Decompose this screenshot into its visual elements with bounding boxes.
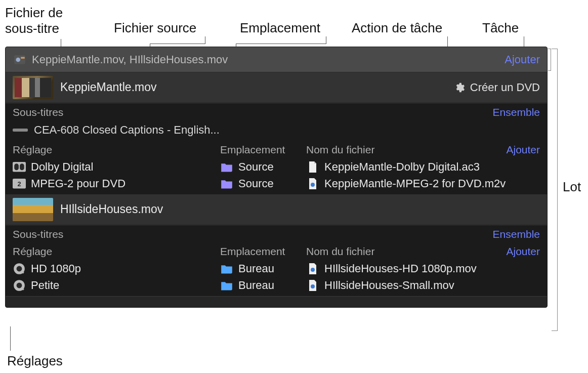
output-row[interactable]: 2 MPEG-2 pour DVD Source KeppieMantle-MP…	[6, 176, 547, 194]
task-section: Sous-titres Ensemble CEA-608 Closed Capt…	[6, 103, 547, 194]
batch-add-button[interactable]: Ajouter	[505, 53, 540, 66]
output-filename-label: KeppieMantle-Dolby Digital.ac3	[324, 160, 480, 174]
svg-rect-4	[14, 164, 19, 171]
leader-line	[150, 44, 205, 44]
file-icon	[306, 161, 319, 173]
leader-line	[10, 326, 11, 351]
svg-text:2: 2	[17, 180, 21, 188]
add-output-button[interactable]: Ajouter	[506, 245, 540, 258]
output-setting-label: MPEG-2 pour DVD	[31, 177, 125, 190]
svg-rect-5	[20, 164, 24, 171]
output-setting-label: Dolby Digital	[31, 160, 94, 174]
callout-task: Tâche	[482, 20, 519, 36]
folder-icon	[220, 263, 233, 274]
output-row[interactable]: Dolby Digital Source KeppieMantle-Dolby …	[6, 158, 547, 176]
svg-rect-2	[21, 57, 25, 58]
caption-row[interactable]: CEA-608 Closed Captions - English...	[6, 121, 547, 142]
svg-point-14	[311, 284, 315, 288]
leader-line	[205, 36, 205, 44]
task-thumbnail	[13, 76, 53, 99]
col-header-filename: Nom du fichier	[306, 245, 506, 258]
output-location-label: Source	[238, 177, 274, 190]
callout-location: Emplacement	[240, 20, 320, 36]
col-header-setting: Réglage	[13, 144, 220, 156]
leader-line	[326, 36, 326, 44]
col-header-filename: Nom du fichier	[306, 144, 506, 156]
folder-icon	[220, 280, 233, 291]
output-row[interactable]: Petite Bureau HIllsideHouses-Small.mov	[6, 278, 547, 296]
callout-settings: Réglages	[7, 353, 63, 369]
bracket-task	[548, 49, 551, 71]
task-name: HIllsideHouses.mov	[60, 202, 163, 216]
output-location-label: Bureau	[238, 279, 274, 292]
leader-line	[236, 44, 326, 44]
captions-set-button[interactable]: Ensemble	[493, 106, 540, 118]
task-action-label[interactable]: Créer un DVD	[470, 81, 540, 94]
file-icon	[306, 178, 319, 189]
caption-item-label: CEA-608 Closed Captions - English...	[34, 123, 220, 137]
folder-icon	[220, 178, 233, 189]
batch-icon	[13, 53, 27, 67]
columns-header: Réglage Emplacement Nom du fichier Ajout…	[6, 142, 547, 158]
svg-point-10	[17, 266, 22, 272]
output-location-label: Source	[238, 160, 274, 174]
output-filename-label: HIllsideHouses-HD 1080p.mov	[324, 262, 477, 275]
quicktime-icon	[13, 263, 26, 274]
batch-files: KeppieMantle.mov, HIllsideHouses.mov	[32, 53, 228, 66]
callout-task-action: Action de tâche	[352, 20, 442, 36]
gear-icon[interactable]	[454, 82, 465, 93]
col-header-location: Emplacement	[220, 245, 306, 258]
captions-set-button[interactable]: Ensemble	[493, 228, 540, 240]
captions-header-row: Sous-titres Ensemble	[6, 225, 547, 243]
batch-panel: KeppieMantle.mov, HIllsideHouses.mov Ajo…	[5, 47, 548, 308]
task-row[interactable]: KeppieMantle.mov Créer un DVD	[6, 72, 547, 103]
svg-point-1	[16, 57, 20, 62]
dolby-icon	[13, 161, 26, 173]
svg-point-8	[311, 183, 315, 187]
col-header-location: Emplacement	[220, 144, 306, 156]
bracket-batch	[552, 49, 558, 331]
file-icon	[306, 263, 319, 274]
quicktime-icon	[13, 280, 26, 291]
batch-header[interactable]: KeppieMantle.mov, HIllsideHouses.mov Ajo…	[6, 47, 547, 72]
caption-swatch-icon	[13, 129, 28, 132]
output-row[interactable]: HD 1080p Bureau HIllsideHouses-HD 1080p.…	[6, 260, 547, 278]
output-setting-label: Petite	[31, 279, 59, 292]
callout-source-file: Fichier source	[114, 20, 196, 36]
callout-subtitle-file: Fichier de sous-titre	[5, 5, 63, 36]
captions-header: Sous-titres	[13, 106, 63, 118]
task-name: KeppieMantle.mov	[60, 80, 157, 94]
add-output-button[interactable]: Ajouter	[506, 144, 540, 156]
output-filename-label: KeppieMantle-MPEG-2 for DVD.m2v	[324, 177, 506, 190]
output-location-label: Bureau	[238, 262, 274, 275]
folder-icon	[220, 161, 233, 173]
output-filename-label: HIllsideHouses-Small.mov	[324, 279, 454, 292]
callout-batch: Lot	[563, 179, 581, 195]
svg-point-13	[17, 283, 22, 288]
task-section: Sous-titres Ensemble Réglage Emplacement…	[6, 225, 547, 296]
captions-header-row: Sous-titres Ensemble	[6, 103, 547, 121]
svg-point-11	[311, 268, 315, 272]
panel-footer	[6, 296, 547, 307]
file-icon	[306, 280, 319, 291]
mpeg2-icon: 2	[13, 178, 26, 189]
task-thumbnail	[13, 198, 53, 221]
captions-header: Sous-titres	[13, 228, 63, 240]
col-header-setting: Réglage	[13, 245, 220, 258]
columns-header: Réglage Emplacement Nom du fichier Ajout…	[6, 243, 547, 260]
output-setting-label: HD 1080p	[31, 262, 81, 275]
task-row[interactable]: HIllsideHouses.mov	[6, 194, 547, 225]
